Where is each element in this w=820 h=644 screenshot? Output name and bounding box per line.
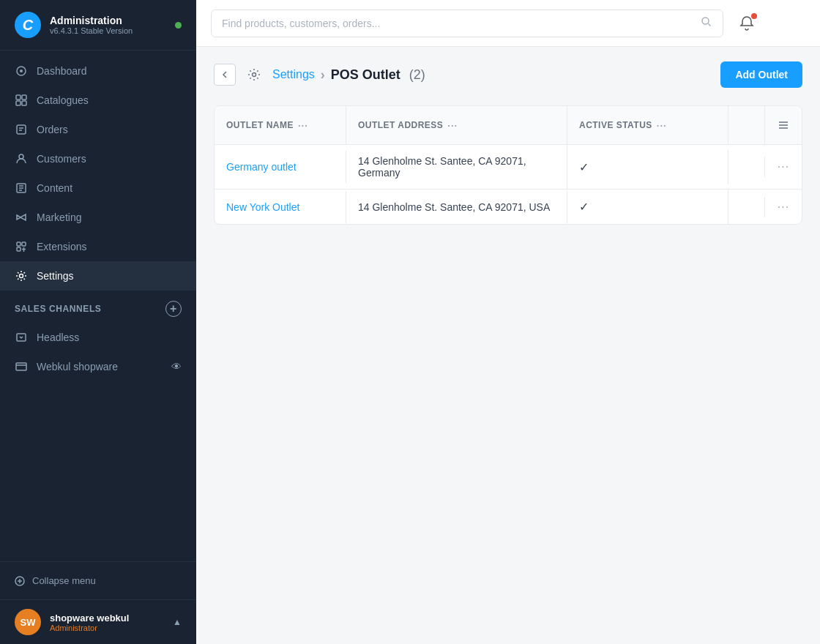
sidebar-item-label: Extensions [37, 241, 86, 252]
outlet-name-link[interactable]: New York Outlet [226, 201, 299, 213]
search-input[interactable] [222, 18, 693, 29]
col-options-name[interactable]: ··· [298, 120, 308, 131]
col-label-address: Outlet Address [358, 120, 443, 130]
active-check-icon: ✓ [579, 200, 589, 214]
outlet-name-cell: New York Outlet [215, 191, 346, 223]
collapse-icon [15, 576, 25, 586]
sidebar-item-label: Dashboard [37, 65, 87, 77]
customers-icon [15, 152, 28, 165]
row-options-button[interactable]: ··· [778, 160, 789, 173]
outlet-address: 14 Glenholme St. Santee, CA 92071, Germa… [358, 155, 555, 179]
list-view-icon[interactable] [777, 116, 790, 134]
sidebar-item-webkul[interactable]: Webkul shopware 👁 [0, 352, 196, 381]
settings-icon [15, 269, 28, 282]
breadcrumb-left: Settings › POS Outlet (2) [214, 64, 425, 86]
sidebar-item-marketing[interactable]: Marketing [0, 203, 196, 232]
sidebar-item-settings[interactable]: Settings [0, 261, 196, 291]
sidebar-item-label: Settings [37, 270, 74, 282]
collapse-menu-button[interactable]: Collapse menu [15, 571, 182, 591]
col-options-address[interactable]: ··· [447, 120, 458, 131]
svg-point-12 [20, 274, 23, 278]
sidebar-item-headless[interactable]: Headless [0, 323, 196, 352]
webkul-icon [15, 360, 28, 373]
sidebar-footer: Collapse menu [0, 561, 196, 599]
headless-icon [15, 331, 28, 344]
breadcrumb: Settings › POS Outlet (2) [272, 67, 425, 83]
marketing-icon [15, 211, 28, 224]
eye-icon[interactable]: 👁 [171, 361, 182, 372]
settings-context-button[interactable] [243, 64, 265, 86]
user-initials: SW [20, 617, 36, 628]
svg-rect-2 [16, 95, 20, 100]
outlet-name-cell: Germany outlet [215, 151, 346, 183]
sidebar-item-dashboard[interactable]: Dashboard [0, 56, 196, 86]
sales-channels-label: Sales Channels [15, 304, 101, 314]
nav-section: Dashboard Catalogues Orders Customers Co… [0, 50, 196, 561]
outlet-status-cell: ✓ [567, 150, 728, 184]
active-check-icon: ✓ [579, 160, 589, 174]
outlet-name-link[interactable]: Germany outlet [226, 161, 297, 173]
search-icon [701, 16, 712, 31]
svg-point-16 [702, 18, 709, 24]
col-header-address: Outlet Address ··· [346, 106, 567, 144]
dashboard-icon [15, 64, 28, 78]
col-label-name: Outlet Name [226, 120, 294, 130]
collapse-menu-label: Collapse menu [32, 575, 96, 586]
svg-rect-3 [22, 95, 26, 100]
col-header-actions [728, 106, 765, 144]
sales-channels-header: Sales Channels + [0, 291, 196, 323]
content-area: Settings › POS Outlet (2) Add Outlet Out… [196, 47, 820, 644]
add-sales-channel-button[interactable]: + [165, 301, 182, 317]
outlet-address-cell: 14 Glenholme St. Santee, CA 92071, USA [346, 191, 567, 223]
user-name: shopware webkul [50, 613, 164, 624]
sidebar-item-customers[interactable]: Customers [0, 144, 196, 173]
sidebar-item-label: Headless [37, 332, 79, 343]
topbar [196, 0, 820, 47]
table-row: New York Outlet 14 Glenholme St. Santee,… [215, 190, 802, 224]
sidebar-item-label: Content [37, 182, 72, 194]
sidebar-item-extensions[interactable]: Extensions [0, 232, 196, 261]
svg-point-7 [19, 154, 23, 159]
outlet-menu-cell: ··· [765, 190, 802, 224]
svg-rect-9 [17, 242, 20, 246]
breadcrumb-current: POS Outlet [331, 67, 400, 83]
orders-icon [15, 123, 28, 136]
avatar: SW [15, 609, 41, 635]
breadcrumb-count: (2) [409, 67, 425, 83]
outlet-address-cell: 14 Glenholme St. Santee, CA 92071, Germa… [346, 145, 567, 189]
user-info: shopware webkul Administrator [50, 613, 164, 632]
svg-point-1 [20, 70, 23, 72]
sidebar-item-catalogues[interactable]: Catalogues [0, 86, 196, 115]
add-outlet-button[interactable]: Add Outlet [720, 61, 802, 88]
breadcrumb-settings[interactable]: Settings [272, 68, 315, 81]
search-box [211, 10, 723, 37]
content-icon [15, 181, 28, 195]
app-version: v6.4.3.1 Stable Version [50, 26, 166, 35]
outlets-table: Outlet Name ··· Outlet Address ··· Activ… [214, 105, 802, 225]
notification-button[interactable] [732, 9, 761, 38]
sidebar-item-orders[interactable]: Orders [0, 115, 196, 144]
logo: C [15, 12, 41, 38]
back-button[interactable] [214, 64, 236, 86]
outlet-action-cell [728, 157, 765, 177]
sidebar-item-label: Webkul shopware [37, 361, 163, 372]
row-options-button[interactable]: ··· [778, 201, 789, 214]
sidebar-item-label: Customers [37, 153, 86, 165]
app-title: Administration [50, 15, 166, 26]
sidebar-item-label: Orders [37, 124, 68, 135]
outlet-menu-cell: ··· [765, 150, 802, 184]
col-header-name: Outlet Name ··· [215, 106, 346, 144]
main-content: Settings › POS Outlet (2) Add Outlet Out… [196, 0, 820, 644]
table-header: Outlet Name ··· Outlet Address ··· Activ… [215, 106, 802, 145]
svg-point-17 [253, 73, 256, 77]
svg-rect-4 [16, 101, 20, 105]
sidebar-item-content[interactable]: Content [0, 173, 196, 203]
col-header-status: Active Status ··· [567, 106, 728, 144]
svg-rect-14 [16, 363, 26, 370]
status-indicator [175, 22, 182, 29]
svg-rect-11 [17, 247, 20, 251]
col-options-status[interactable]: ··· [657, 120, 667, 131]
user-section[interactable]: SW shopware webkul Administrator ▲ [0, 599, 196, 644]
table-row: Germany outlet 14 Glenholme St. Santee, … [215, 145, 802, 190]
chevron-up-icon: ▲ [173, 617, 182, 627]
